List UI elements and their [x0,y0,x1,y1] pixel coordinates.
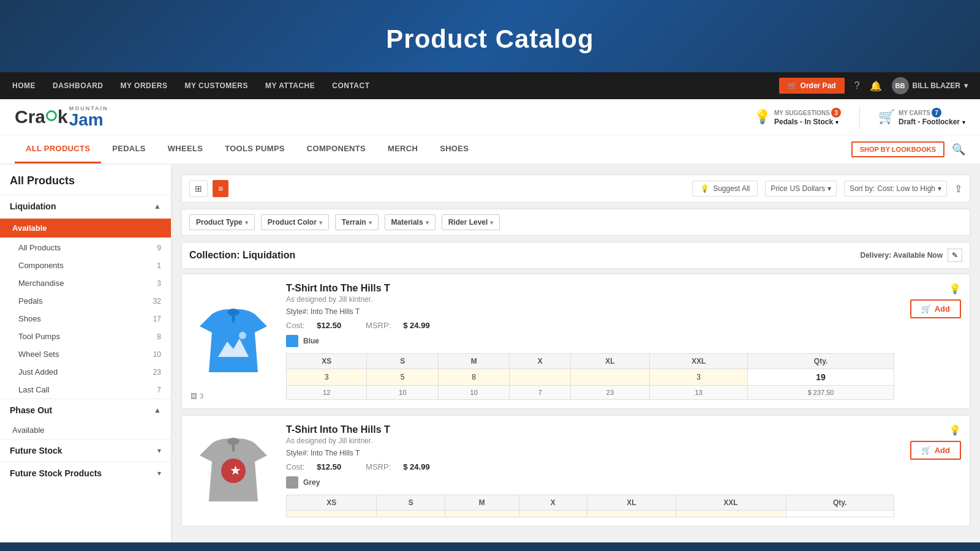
nav-my-orders[interactable]: MY ORDERS [121,81,168,90]
suggestions-widget[interactable]: 💡 MY SUGGESTIONS 3 Pedals - In Stock ▾ [754,108,841,126]
qty-xl-2[interactable] [587,511,676,517]
logo-jam: Jam [69,111,108,129]
tshirt-svg-blue [200,305,267,378]
sidebar-item-merchandise[interactable]: Merchandise 3 [0,274,171,292]
list-view-button[interactable]: ≡ [213,180,228,197]
product-name-area-1: T-Shirt Into The Hills T As designed by … [286,283,390,304]
share-button[interactable]: ⇪ [954,183,962,195]
brand-logo[interactable]: Cra k MOUNTAIN Jam [15,105,108,129]
sidebar-item-tool-pumps[interactable]: Tool Pumps 8 [0,328,171,345]
toolbar: ⊞ ≡ 💡 Suggest All Price US Dollars ▾ Sor… [181,174,970,203]
svg-point-3 [227,438,239,445]
qty-x-2[interactable] [519,511,587,517]
sidebar-item-just-added[interactable]: Just Added 23 [0,363,171,381]
qty-s-2[interactable] [377,511,445,517]
product-name-2: T-Shirt Into The Hills T [286,424,390,435]
lookbooks-button[interactable]: SHOP BY LOOKBOOKS [851,141,944,157]
search-button[interactable]: 🔍 [952,143,965,156]
terrain-label: Terrain [342,218,366,227]
qty-xxl-2[interactable] [676,511,786,517]
sidebar-item-wheel-sets[interactable]: Wheel Sets 10 [0,345,171,363]
sidebar-section-future-stock: Future Stock ▾ [0,439,171,462]
phase-out-section-title: Phase Out [10,405,52,415]
sidebar-section-future-stock-header[interactable]: Future Stock ▾ [0,439,171,462]
sidebar-item-available-active[interactable]: Available [0,219,171,238]
tshirt-svg-grey: ★ [200,434,267,508]
sort-dropdown[interactable]: Sort by: Cost: Low to High ▾ [844,181,947,197]
suggest-icon-1[interactable]: 💡 [949,283,961,294]
add-button-2[interactable]: 🛒 Add [910,441,961,460]
quantity-row-2 [287,511,894,517]
product-image-1 [197,302,270,381]
divider [859,106,860,128]
filter-product-color[interactable]: Product Color ▾ [261,214,329,230]
svg-text:★: ★ [230,465,241,477]
product-designer-1: As designed by Jill kintner. [286,295,390,304]
sidebar-item-last-call[interactable]: Last Call 7 [0,381,171,399]
qty-xl-1[interactable] [571,369,650,386]
main-content: All Products Liquidation ▲ Available All… [0,165,980,542]
cat-nav-tools-pumps[interactable]: TOOLS PUMPS [214,135,296,163]
cat-nav-all-products[interactable]: ALL PRODUCTS [15,135,101,163]
qty-m-2[interactable] [445,511,519,517]
product-designer-2: As designed by Jill kintner. [286,437,390,445]
qty-xs-1[interactable]: 3 [287,369,367,386]
filter-terrain[interactable]: Terrain ▾ [335,214,379,230]
sidebar-item-components[interactable]: Components 1 [0,257,171,274]
cart-icon: 🛒 [788,81,797,90]
logo-jam-block: MOUNTAIN Jam [69,105,108,129]
sort-chevron-icon: ▾ [938,184,941,193]
cat-nav-merch[interactable]: MERCH [377,135,429,163]
logo-cra: Cra [15,107,45,127]
nav-contact[interactable]: CONTACT [332,81,369,90]
sidebar-section-phase-out-header[interactable]: Phase Out ▲ [0,399,171,421]
price-dropdown[interactable]: Price US Dollars ▾ [765,181,837,197]
filter-product-type[interactable]: Product Type ▾ [189,214,255,230]
carts-chevron-icon: ▾ [962,119,965,126]
user-chevron-icon: ▾ [964,81,968,90]
add-button-1[interactable]: 🛒 Add [910,299,961,318]
suggest-icon: 💡 [700,184,709,193]
total-xs-1: 12 [287,386,367,400]
cat-nav-shoes[interactable]: SHOES [429,135,480,163]
nav-my-attache[interactable]: MY ATTACHE [265,81,315,90]
suggest-all-button[interactable]: 💡 Suggest All [692,181,758,197]
cost-value-1: $12.50 [317,321,341,330]
qty-s-1[interactable]: 5 [367,369,438,386]
size-header-qty: Qty. [748,354,894,369]
user-menu[interactable]: BB BILL BLAZER ▾ [892,77,968,94]
cat-nav-pedals[interactable]: PEDALS [101,135,157,163]
msrp-value-2: $ 24.99 [403,462,429,471]
suggest-icon-2[interactable]: 💡 [949,424,961,436]
sidebar-item-all-products[interactable]: All Products 9 [0,239,171,257]
nav-home[interactable]: HOME [12,81,36,90]
qty-x-1[interactable] [510,369,571,386]
cat-nav-components[interactable]: COMPONENTS [296,135,377,163]
price-currency: US Dollars [790,184,825,193]
filter-rider-level[interactable]: Rider Level ▾ [442,214,500,230]
sidebar-item-phase-out-available[interactable]: Available [0,421,171,439]
sidebar-section-future-stock-products-header[interactable]: Future Stock Products ▾ [0,462,171,484]
bell-icon[interactable]: 🔔 [870,80,882,92]
price-chevron-icon: ▾ [827,184,831,193]
order-pad-button[interactable]: 🛒 Order Pad [779,78,845,94]
qty-total-1: 19 [748,369,894,386]
qty-xxl-1[interactable]: 3 [649,369,748,386]
color-swatch-1: Blue [286,335,894,347]
sidebar-item-pedals[interactable]: Pedals 32 [0,292,171,310]
logo-k: k [58,107,68,127]
filter-materials[interactable]: Materials ▾ [385,214,435,230]
carts-widget[interactable]: 🛒 MY CARTS 7 Draft - Footlocker ▾ [878,108,965,126]
help-icon[interactable]: ? [854,80,860,91]
nav-dashboard[interactable]: DASHBOARD [53,81,104,90]
cat-nav-wheels[interactable]: WHEELS [157,135,214,163]
product-actions-1: 💡 🛒 Add [904,283,961,400]
qty-xs-2[interactable] [287,511,377,517]
sidebar-section-liquidation-header[interactable]: Liquidation ▲ [0,195,171,217]
qty-m-1[interactable]: 8 [438,369,509,386]
sidebar-item-shoes[interactable]: Shoes 17 [0,310,171,328]
grid-view-button[interactable]: ⊞ [189,180,208,197]
delivery-edit-button[interactable]: ✎ [948,249,962,262]
nav-my-customers[interactable]: MY CUSTOMERS [184,81,248,90]
total-price-1: $ 237.50 [748,386,894,400]
